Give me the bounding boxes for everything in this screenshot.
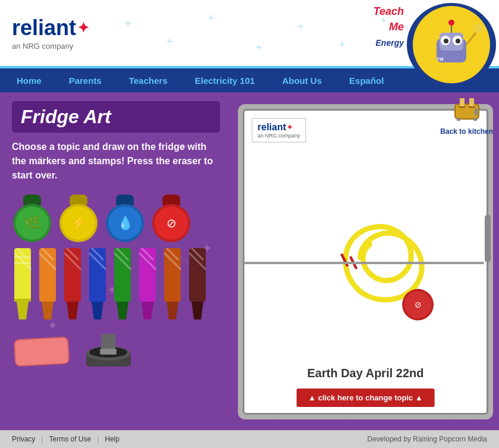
svg-marker-32: [17, 302, 29, 319]
mascot-icon: TM: [413, 6, 490, 83]
footer-right: Developed by Raining Popcorn Media: [368, 435, 487, 443]
fridge-handle: [485, 215, 491, 262]
svg-rect-69: [100, 349, 117, 355]
main-content: ✦ ✦ ✦ ✦ ✦ ✦ ✦ ✦ Fridge Art Choose a topi…: [0, 92, 499, 430]
svg-text:⊘: ⊘: [415, 300, 422, 309]
marker-orange[interactable]: [37, 248, 58, 322]
svg-text:💧: 💧: [117, 215, 134, 231]
svg-marker-52: [142, 302, 153, 319]
marker-brown[interactable]: [187, 248, 208, 322]
stamp-pad-tool[interactable]: [83, 331, 134, 375]
earth-day-label: Earth Day April 22nd: [244, 366, 487, 380]
svg-rect-76: [469, 98, 474, 106]
nav-parents[interactable]: Parents: [64, 73, 106, 89]
marker-dark-orange[interactable]: [162, 248, 183, 322]
footer: Privacy | Terms of Use | Help Developed …: [0, 430, 499, 448]
svg-marker-60: [192, 302, 203, 319]
footer-privacy[interactable]: Privacy: [12, 435, 35, 443]
stamp-yellow[interactable]: ⚡: [58, 195, 99, 239]
mascot-area: Teach Me Energy: [380, 0, 499, 68]
footer-help[interactable]: Help: [105, 435, 120, 443]
markers-area: [12, 248, 220, 322]
back-to-kitchen-button[interactable]: Back to kitchen: [440, 95, 493, 136]
change-topic-button[interactable]: ▲ click here to change topic ▲: [296, 389, 435, 407]
fridge-reliant-logo: reliant✦ an NRG company: [252, 118, 306, 143]
toaster-icon: [452, 95, 482, 127]
fridge-logo-text: reliant✦: [258, 122, 300, 133]
bottom-tools: [12, 331, 220, 375]
nav-aboutus[interactable]: About Us: [277, 73, 327, 89]
fridge-art-title: Fridge Art: [12, 101, 220, 133]
stamp-red[interactable]: ⊘: [151, 195, 192, 239]
stamp-blue[interactable]: 💧: [105, 195, 145, 239]
nav-espanol[interactable]: Español: [344, 73, 388, 89]
svg-rect-75: [460, 98, 465, 106]
svg-point-5: [444, 39, 448, 43]
logo-sub: an NRG company: [12, 42, 89, 51]
marker-blue[interactable]: [87, 248, 108, 322]
nav-electricity101[interactable]: Electricity 101: [190, 73, 259, 89]
mascot-circle: TM: [407, 3, 496, 86]
logo-text: reliant ✦: [12, 15, 89, 40]
right-panel: Back to kitchen reliant✦ an NRG company: [232, 92, 499, 430]
footer-terms[interactable]: Terms of Use: [49, 435, 91, 443]
nav-home[interactable]: Home: [12, 73, 46, 89]
logo-name: reliant: [12, 15, 76, 40]
left-panel: Fridge Art Choose a topic and draw on th…: [0, 92, 232, 430]
marker-red[interactable]: [62, 248, 83, 322]
svg-rect-78: [473, 118, 477, 121]
svg-rect-31: [14, 299, 31, 302]
footer-sep-2: |: [97, 435, 99, 443]
svg-text:⊘: ⊘: [167, 217, 177, 230]
description-text: Choose a topic and draw on the fridge wi…: [12, 140, 220, 183]
footer-sep-1: |: [41, 435, 43, 443]
svg-text:TM: TM: [437, 57, 444, 62]
svg-text:⚡: ⚡: [71, 215, 87, 231]
stamps-row: 🌿 ⚡ 💧: [12, 195, 220, 239]
back-to-kitchen-label: Back to kitchen: [440, 127, 493, 136]
footer-left: Privacy | Terms of Use | Help: [12, 435, 120, 443]
marker-yellow[interactable]: [12, 248, 33, 322]
svg-rect-74: [475, 108, 478, 115]
svg-marker-40: [67, 302, 79, 319]
page-header: reliant ✦ an NRG company + + + + + + + T…: [0, 0, 499, 68]
svg-point-6: [456, 39, 460, 43]
teach-me-label: Teach Me Energy: [374, 3, 404, 49]
svg-point-10: [473, 24, 483, 33]
fridge-divider: [244, 262, 484, 264]
logo-area: reliant ✦ an NRG company: [12, 15, 89, 51]
fridge-drawing[interactable]: ⊘: [244, 111, 487, 368]
svg-marker-36: [42, 302, 54, 319]
svg-rect-63: [14, 337, 69, 366]
svg-rect-77: [457, 118, 460, 121]
svg-marker-48: [117, 302, 128, 319]
nav-teachers[interactable]: Teachers: [124, 73, 172, 89]
fridge-logo-sub: an NRG company: [258, 133, 300, 139]
marker-purple[interactable]: [137, 248, 158, 322]
decor-plus-4: +: [256, 42, 262, 54]
decor-plus-1: +: [125, 18, 131, 30]
svg-marker-44: [92, 302, 103, 319]
decor-plus-3: +: [208, 12, 215, 24]
decor-plus-5: +: [297, 21, 304, 33]
marker-green[interactable]: [112, 248, 133, 322]
logo-star: ✦: [77, 20, 89, 36]
svg-point-8: [448, 20, 454, 26]
svg-text:🌿: 🌿: [24, 215, 41, 231]
decor-plus-6: +: [339, 39, 346, 51]
eraser-tool[interactable]: [12, 336, 71, 371]
svg-marker-56: [167, 302, 178, 319]
stamp-green[interactable]: 🌿: [12, 195, 52, 239]
decor-plus-2: +: [167, 36, 173, 48]
